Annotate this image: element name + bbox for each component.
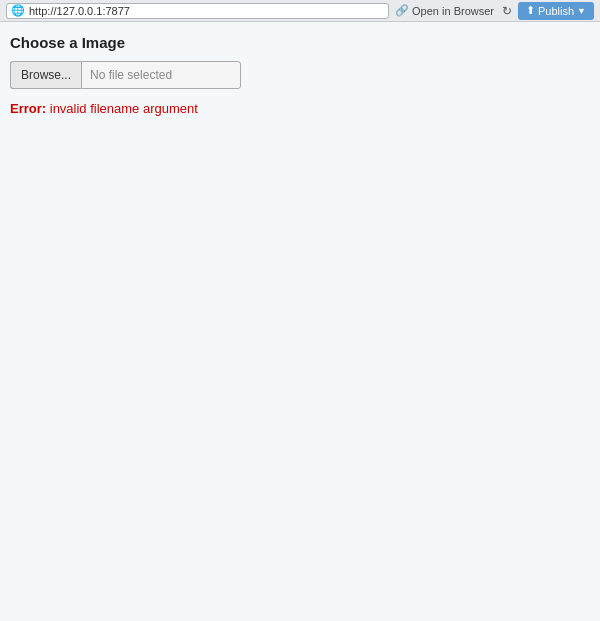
open-in-browser-button[interactable]: 🔗 Open in Browser	[395, 4, 494, 17]
publish-label: Publish	[538, 5, 574, 17]
browse-button[interactable]: Browse...	[10, 61, 81, 89]
url-bar[interactable]: 🌐 http://127.0.0.1:7877	[6, 3, 389, 19]
page-title: Choose a Image	[10, 34, 590, 51]
publish-icon: ⬆	[526, 4, 535, 17]
error-label: Error:	[10, 101, 46, 116]
external-link-icon: 🔗	[395, 4, 409, 17]
error-message: Error: invalid filename argument	[10, 101, 590, 116]
file-name-text: No file selected	[90, 68, 172, 82]
browser-actions: 🔗 Open in Browser ↻	[395, 4, 512, 18]
file-name-display: No file selected	[81, 61, 241, 89]
main-content: Choose a Image Browse... No file selecte…	[0, 22, 600, 621]
refresh-icon[interactable]: ↻	[502, 4, 512, 18]
open-in-browser-label: Open in Browser	[412, 5, 494, 17]
file-input-row: Browse... No file selected	[10, 61, 590, 89]
browser-bar: 🌐 http://127.0.0.1:7877 🔗 Open in Browse…	[0, 0, 600, 22]
error-text: invalid filename argument	[46, 101, 198, 116]
url-text: http://127.0.0.1:7877	[29, 5, 130, 17]
publish-button[interactable]: ⬆ Publish ▼	[518, 2, 594, 20]
globe-icon: 🌐	[11, 4, 25, 17]
publish-dropdown-icon: ▼	[577, 6, 586, 16]
